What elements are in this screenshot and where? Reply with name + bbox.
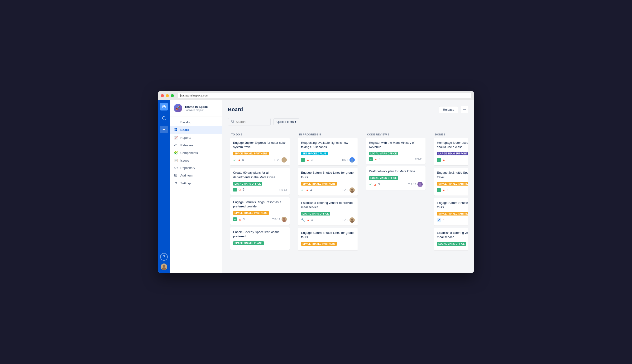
svg-point-14 — [232, 120, 234, 122]
plus-icon: + — [301, 158, 305, 162]
card-ip-4[interactable]: Engage Saturn Shuttle Lines for group to… — [298, 228, 358, 250]
card-meta-right: TIS-25 — [272, 157, 287, 162]
sidebar-item-backlog[interactable]: ☰ Backlog — [170, 118, 222, 126]
card-done-4[interactable]: Establish a catering vendor to provide m… — [434, 228, 468, 250]
column-title-inprogress: IN PROGRESS — [299, 133, 318, 136]
plus-icon: + — [369, 157, 373, 161]
card-done-2[interactable]: Engage JetShuttle SpaceWays for travel S… — [434, 168, 468, 195]
svg-point-15 — [283, 158, 285, 160]
nav-logo[interactable] — [160, 103, 168, 110]
column-codereview: CODE REVIEW 2 Register with the Mars Min… — [364, 130, 428, 192]
create-nav-icon[interactable] — [160, 126, 168, 133]
sidebar-item-settings[interactable]: ⚙ Settings — [170, 180, 222, 187]
card-title-todo-1: Engage Jupiter Express for outer solar s… — [233, 141, 287, 149]
card-footer-cr-2: ✓ ▲ 3 TIS-15 — [369, 182, 423, 187]
release-button[interactable]: Release — [439, 106, 458, 113]
search-input[interactable] — [236, 120, 268, 124]
card-title-ip-3: Establish a catering vendor to provide m… — [301, 201, 355, 209]
card-avatar — [350, 157, 355, 162]
card-footer-done-2: + ▲ 5 TIS-23 — [437, 188, 468, 193]
user-avatar-nav[interactable] — [160, 264, 167, 270]
column-count-done: 8 — [444, 133, 446, 136]
sidebar-item-components[interactable]: 🧩 Components — [170, 149, 222, 156]
sidebar-label-add-item: Add item — [180, 174, 192, 177]
close-button[interactable] — [161, 94, 164, 97]
sidebar-item-add-item[interactable]: Add item — [170, 172, 222, 180]
search-box[interactable] — [228, 118, 270, 126]
card-done-1[interactable]: Homepage footer uses an inline style - s… — [434, 138, 468, 165]
card-todo-3[interactable]: Engage Saturn's Rings Resort as a prefer… — [230, 197, 290, 225]
sidebar-item-board[interactable]: Board — [170, 126, 222, 134]
card-meta-left: ✓ ↑ — [437, 218, 444, 222]
svg-rect-9 — [175, 174, 176, 175]
project-name: Teams in Space — [184, 105, 208, 108]
sidebar-item-repository[interactable]: </> Repository — [170, 164, 222, 172]
card-tag-done-2: SPACE TRAVEL PARTNERS — [437, 182, 468, 186]
svg-point-20 — [350, 160, 354, 162]
main-content: Board Release ··· Quick Filte — [222, 100, 474, 273]
priority-up-icon: ▲ — [306, 188, 309, 192]
card-todo-1[interactable]: Engage Jupiter Express for outer solar s… — [230, 138, 290, 165]
card-ip-2[interactable]: Engage Saturn Shuttle Lines for group to… — [298, 168, 358, 195]
card-meta-right: TIS-15 — [340, 188, 355, 193]
card-avatar — [350, 188, 355, 193]
card-ip-3[interactable]: Establish a catering vendor to provide m… — [298, 198, 358, 226]
sidebar-item-reports[interactable]: 📈 Reports — [170, 134, 222, 141]
settings-icon: ⚙ — [174, 181, 178, 185]
card-todo-2[interactable]: Create 90 day plans for all departments … — [230, 168, 290, 194]
check-blue-icon: ✓ — [437, 218, 441, 222]
card-todo-4[interactable]: Enable Speedy SpaceCraft as the preferre… — [230, 227, 290, 250]
card-ip-1[interactable]: Requesting available flights is now taki… — [298, 138, 358, 165]
card-id: TIS-25 — [272, 158, 280, 161]
quick-filters-button[interactable]: Quick Filters ▾ — [274, 118, 299, 125]
plus-icon: + — [437, 188, 441, 192]
card-footer-ip-1: + ▲ 3 TIS-8 — [301, 157, 355, 162]
nav-bottom: ? — [160, 253, 168, 270]
board-columns: TO DO 5 Engage Jupiter Express for outer… — [228, 130, 468, 253]
card-footer-done-3: ✓ ↑ TIS-15 — [437, 218, 468, 223]
check-icon: ✓ — [369, 182, 372, 186]
card-count: 5 — [242, 158, 244, 162]
svg-rect-13 — [175, 175, 176, 176]
card-meta-left: + ▲ 5 — [437, 188, 448, 192]
card-cr-2[interactable]: Draft network plan for Mars Office LOCAL… — [366, 166, 426, 190]
sidebar-label-backlog: Backlog — [180, 120, 191, 124]
card-tag-done-4: LOCAL MARS OFFICE — [437, 242, 466, 246]
card-avatar — [418, 182, 423, 187]
project-info: Teams in Space Software project — [184, 105, 208, 112]
card-done-3[interactable]: Engage Saturn Shuttle Lines for group to… — [434, 198, 468, 226]
card-tag-todo-2: LOCAL MARS OFFICE — [233, 182, 262, 186]
card-title-cr-1: Register with the Mars Ministry of Reven… — [369, 141, 423, 149]
board-toolbar: Quick Filters ▾ — [228, 118, 468, 126]
card-meta-right: TIS-11 — [415, 158, 423, 160]
sidebar-item-releases[interactable]: 🏷 Releases — [170, 141, 222, 149]
app-body: ? 🚀 Teams in Space Software project — [158, 100, 474, 273]
card-tag-done-1: LARGE TEAM SUPPORT — [437, 152, 468, 156]
browser-titlebar: jira.teamsinspace.com — [158, 91, 474, 100]
backlog-icon: ☰ — [174, 120, 178, 124]
card-count: 4 — [311, 218, 313, 222]
sidebar-item-issues[interactable]: 📋 Issues — [170, 156, 222, 164]
board-icon — [174, 128, 178, 132]
check-icon: ✓ — [301, 188, 304, 192]
help-nav-icon[interactable]: ? — [160, 253, 168, 261]
column-inprogress: IN PROGRESS 5 Requesting available fligh… — [296, 130, 360, 253]
card-count: 4 — [310, 188, 312, 192]
left-nav: ? — [158, 100, 170, 273]
card-cr-1[interactable]: Register with the Mars Ministry of Reven… — [366, 138, 426, 164]
card-id: TIS-17 — [272, 218, 280, 221]
more-options-button[interactable]: ··· — [461, 106, 468, 113]
url-text: jira.teamsinspace.com — [180, 94, 208, 97]
card-meta-left: ✓ ▲ 5 — [233, 158, 244, 162]
quick-filters-chevron-icon: ▾ — [294, 120, 296, 124]
card-footer-done-1: + ▲ TIS-68 — [437, 157, 468, 162]
maximize-button[interactable] — [171, 94, 174, 97]
minimize-button[interactable] — [166, 94, 169, 97]
search-nav-icon[interactable] — [160, 114, 168, 122]
priority-up-icon: ↑ — [442, 218, 444, 222]
quick-filters-label: Quick Filters — [276, 120, 294, 124]
address-bar[interactable]: jira.teamsinspace.com — [178, 93, 471, 98]
sidebar-header: 🚀 Teams in Space Software project — [170, 100, 222, 116]
priority-up-icon: ▲ — [238, 158, 241, 162]
column-cards-todo: Engage Jupiter Express for outer solar s… — [228, 138, 292, 252]
